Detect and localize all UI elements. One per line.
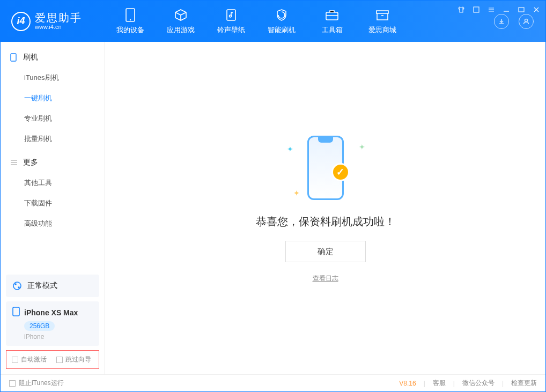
- header-bar: i4 爱思助手 www.i4.cn 我的设备 应用游戏 铃声壁纸: [1, 1, 545, 42]
- tshirt-icon[interactable]: [458, 6, 465, 13]
- checkbox-box-icon: [56, 357, 63, 363]
- link-wechat[interactable]: 微信公众号: [462, 379, 495, 388]
- success-message: 恭喜您，保资料刷机成功啦！: [256, 215, 395, 229]
- side-header-flash: 刷机: [1, 47, 105, 68]
- mode-icon: [12, 281, 22, 291]
- checkbox-row-highlighted: 自动激活 跳过向导: [6, 350, 99, 369]
- success-illustration: ✦ ✦ ✦ ✓: [283, 133, 368, 203]
- sparkle-icon: ✦: [359, 143, 365, 151]
- nav-tab-label: 应用游戏: [167, 25, 195, 35]
- device-box[interactable]: iPhone XS Max 256GB iPhone: [6, 301, 99, 346]
- statusbar-right: V8.16 | 客服 | 微信公众号 | 检查更新: [399, 379, 537, 388]
- device-icon: [123, 8, 137, 22]
- nav-tab-toolbox[interactable]: 工具箱: [307, 1, 357, 42]
- nav-tab-apps[interactable]: 应用游戏: [156, 1, 206, 42]
- logo-icon: i4: [11, 12, 31, 31]
- confirm-button[interactable]: 确定: [285, 241, 366, 262]
- nav-tab-flash[interactable]: 智能刷机: [256, 1, 307, 42]
- logo-area: i4 爱思助手 www.i4.cn: [1, 1, 105, 42]
- nav-tab-label: 我的设备: [116, 25, 144, 35]
- side-group-flash: 刷机 iTunes刷机 一键刷机 专业刷机 批量刷机: [1, 47, 105, 149]
- toolbox-icon: [325, 8, 339, 22]
- device-capacity: 256GB: [24, 321, 55, 331]
- nav-tab-label: 智能刷机: [268, 25, 296, 35]
- sidebar: 刷机 iTunes刷机 一键刷机 专业刷机 批量刷机 更多 其他工具 下载固件 …: [1, 42, 105, 374]
- svg-rect-6: [474, 7, 479, 12]
- nav-tab-store[interactable]: 爱思商城: [357, 1, 408, 42]
- svg-point-3: [230, 15, 232, 17]
- body-area: 刷机 iTunes刷机 一键刷机 专业刷机 批量刷机 更多 其他工具 下载固件 …: [1, 42, 545, 374]
- svg-point-5: [525, 19, 528, 21]
- phone-notch: [318, 137, 333, 143]
- nav-tab-label: 工具箱: [322, 25, 343, 35]
- main-content: ✦ ✦ ✦ ✓ 恭喜您，保资料刷机成功啦！ 确定 查看日志: [105, 42, 545, 374]
- side-header-label: 更多: [23, 158, 38, 167]
- checkbox-block-itunes[interactable]: 阻止iTunes运行: [9, 379, 64, 388]
- minimize-icon[interactable]: [503, 6, 510, 13]
- view-log-link[interactable]: 查看日志: [313, 274, 338, 283]
- svg-rect-4: [326, 12, 338, 20]
- link-check-update[interactable]: 检查更新: [511, 379, 537, 388]
- nav-tabs: 我的设备 应用游戏 铃声壁纸 智能刷机 工具箱: [105, 1, 494, 42]
- maximize-icon[interactable]: [518, 6, 525, 13]
- svg-point-11: [18, 286, 20, 289]
- menu-icon[interactable]: [488, 6, 495, 13]
- version-label: V8.16: [399, 380, 416, 387]
- svg-point-1: [130, 19, 131, 20]
- side-item-download-firmware[interactable]: 下载固件: [1, 193, 105, 213]
- nav-tab-label: 爱思商城: [368, 25, 396, 35]
- checkbox-label: 跳过向导: [65, 355, 91, 364]
- separator: |: [453, 380, 455, 387]
- side-item-one-click-flash[interactable]: 一键刷机: [1, 88, 105, 108]
- sparkle-icon: ✦: [293, 189, 300, 197]
- sparkle-icon: ✦: [287, 145, 293, 153]
- side-group-more: 更多 其他工具 下载固件 高级功能: [1, 152, 105, 234]
- side-item-itunes-flash[interactable]: iTunes刷机: [1, 68, 105, 88]
- side-header-more: 更多: [1, 152, 105, 173]
- checkbox-label: 阻止iTunes运行: [19, 379, 64, 388]
- checkbox-label: 自动激活: [21, 355, 47, 364]
- shield-icon: [275, 8, 289, 22]
- side-header-label: 刷机: [23, 53, 38, 62]
- nav-tab-ringtones[interactable]: 铃声壁纸: [206, 1, 256, 42]
- cube-icon: [174, 8, 188, 22]
- statusbar: 阻止iTunes运行 V8.16 | 客服 | 微信公众号 | 检查更新: [1, 374, 545, 391]
- phone-graphic: ✓: [307, 136, 344, 200]
- check-badge-icon: ✓: [331, 163, 350, 181]
- nav-tab-my-device[interactable]: 我的设备: [105, 1, 156, 42]
- mode-box[interactable]: 正常模式: [6, 275, 99, 297]
- user-button[interactable]: [519, 14, 534, 29]
- side-item-other-tools[interactable]: 其他工具: [1, 173, 105, 193]
- side-item-pro-flash[interactable]: 专业刷机: [1, 108, 105, 129]
- separator: |: [502, 380, 504, 387]
- shop-icon: [375, 8, 389, 22]
- titlebar-icons: [458, 6, 540, 13]
- app-url: www.i4.cn: [35, 24, 82, 30]
- svg-point-10: [14, 283, 17, 285]
- close-icon[interactable]: [533, 6, 540, 13]
- download-button[interactable]: [494, 14, 509, 29]
- phone-icon: [10, 53, 18, 62]
- checkbox-auto-activate[interactable]: 自动激活: [12, 355, 47, 364]
- side-item-batch-flash[interactable]: 批量刷机: [1, 129, 105, 149]
- device-phone-icon: [12, 307, 20, 318]
- checkbox-skip-guide[interactable]: 跳过向导: [56, 355, 91, 364]
- logo-text: 爱思助手 www.i4.cn: [35, 12, 82, 30]
- side-item-advanced[interactable]: 高级功能: [1, 213, 105, 234]
- feedback-icon[interactable]: [473, 6, 480, 13]
- mode-label: 正常模式: [27, 281, 57, 291]
- device-type: iPhone: [24, 333, 93, 341]
- checkbox-box-icon: [12, 357, 18, 363]
- list-icon: [10, 159, 18, 166]
- svg-rect-7: [519, 8, 524, 12]
- device-name-row: iPhone XS Max: [12, 307, 93, 318]
- separator: |: [424, 380, 425, 387]
- nav-tab-label: 铃声壁纸: [217, 25, 245, 35]
- svg-rect-8: [11, 54, 16, 61]
- music-icon: [224, 8, 238, 22]
- device-name: iPhone XS Max: [24, 308, 78, 317]
- app-name: 爱思助手: [35, 12, 82, 24]
- checkbox-box-icon: [9, 380, 16, 387]
- svg-rect-12: [13, 307, 19, 316]
- link-support[interactable]: 客服: [433, 379, 446, 388]
